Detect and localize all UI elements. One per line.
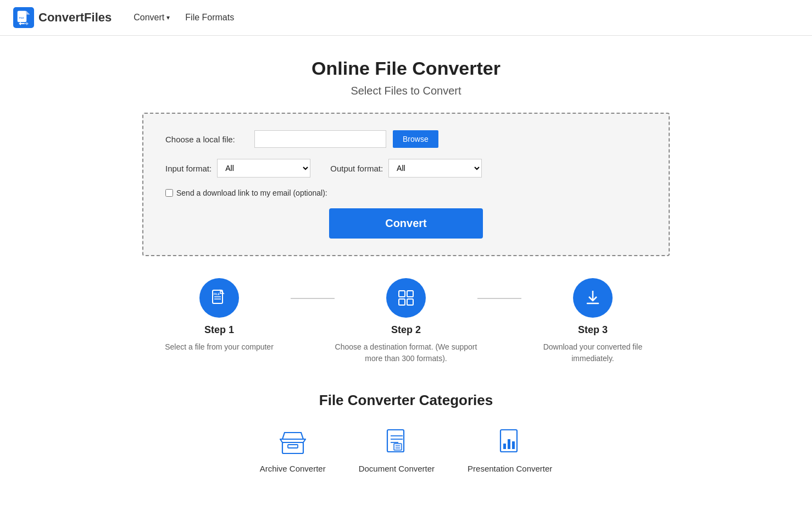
- svg-rect-30: [508, 439, 510, 449]
- svg-rect-25: [394, 444, 402, 450]
- output-format-select[interactable]: All: [388, 159, 482, 178]
- step-3-desc: Download your converted file immediately…: [521, 341, 664, 364]
- email-label: Send a download link to my email (option…: [176, 189, 327, 197]
- step-2-circle: [386, 278, 426, 318]
- step-1-title: Step 1: [204, 324, 234, 336]
- main-content: Online File Converter Select Files to Co…: [131, 36, 681, 495]
- step-1-circle: FILE: [199, 278, 239, 318]
- step-2-icon: [396, 288, 416, 308]
- archive-label: Archive Converter: [260, 464, 326, 473]
- category-presentation[interactable]: Presentation Converter: [468, 425, 552, 473]
- step-1: FILE Step 1 Select a file from your comp…: [148, 278, 291, 353]
- svg-text:FILE: FILE: [19, 16, 24, 19]
- step-1-desc: Select a file from your computer: [165, 341, 274, 353]
- email-row: Send a download link to my email (option…: [165, 189, 647, 197]
- nav-links: Convert ▾ File Formats: [134, 13, 234, 23]
- input-format-group: Input format: All: [165, 159, 310, 178]
- archive-icon: [276, 425, 309, 458]
- output-format-label: Output format:: [330, 164, 383, 173]
- page-subtitle: Select Files to Convert: [142, 85, 670, 97]
- step-connector-1: [291, 298, 335, 299]
- brand-link[interactable]: FILE ConvertFiles: [13, 7, 112, 28]
- convert-button[interactable]: Convert: [329, 208, 483, 239]
- categories-title: File Converter Categories: [142, 392, 670, 409]
- svg-rect-14: [399, 299, 405, 305]
- step-2-desc: Choose a destination format. (We support…: [335, 341, 477, 364]
- step-2-title: Step 2: [391, 324, 421, 336]
- document-label: Document Converter: [359, 464, 435, 473]
- email-checkbox[interactable]: [165, 189, 173, 197]
- step-3-title: Step 3: [578, 324, 608, 336]
- categories-grid: Archive Converter: [142, 425, 670, 473]
- svg-rect-29: [503, 444, 506, 449]
- step-1-icon: FILE: [209, 288, 229, 308]
- brand-icon: FILE: [13, 7, 34, 28]
- presentation-icon: [493, 425, 526, 458]
- input-format-select[interactable]: All: [217, 159, 310, 178]
- chevron-down-icon: ▾: [166, 14, 170, 21]
- step-3-icon: [583, 288, 603, 308]
- category-document[interactable]: Document Converter: [359, 425, 435, 473]
- step-2: Step 2 Choose a destination format. (We …: [335, 278, 477, 364]
- file-label: Choose a local file:: [165, 135, 248, 144]
- categories-section: File Converter Categories Archive Conver…: [142, 392, 670, 473]
- nav-file-formats[interactable]: File Formats: [185, 13, 234, 23]
- output-format-group: Output format: All: [330, 159, 482, 178]
- svg-rect-13: [407, 291, 413, 297]
- step-connector-2: [477, 298, 521, 299]
- svg-text:FILE: FILE: [214, 292, 220, 296]
- step-3-circle: [573, 278, 613, 318]
- brand-name: ConvertFiles: [38, 10, 112, 25]
- browse-button[interactable]: Browse: [393, 130, 438, 148]
- input-format-label: Input format:: [165, 164, 212, 173]
- file-input[interactable]: [254, 130, 386, 148]
- category-archive[interactable]: Archive Converter: [260, 425, 326, 473]
- steps-section: FILE Step 1 Select a file from your comp…: [142, 278, 670, 364]
- step-3: Step 3 Download your converted file imme…: [521, 278, 664, 364]
- document-icon: [380, 425, 413, 458]
- page-title: Online File Converter: [142, 58, 670, 79]
- svg-rect-15: [407, 299, 413, 305]
- converter-box: Choose a local file: Browse Input format…: [142, 113, 670, 256]
- navbar: FILE ConvertFiles Convert ▾ File Formats: [0, 0, 812, 36]
- svg-rect-31: [512, 441, 515, 449]
- svg-rect-19: [288, 445, 298, 448]
- nav-convert[interactable]: Convert ▾: [134, 13, 170, 23]
- format-row: Input format: All Output format: All: [165, 159, 647, 178]
- svg-rect-12: [399, 291, 405, 297]
- presentation-label: Presentation Converter: [468, 464, 552, 473]
- file-row: Choose a local file: Browse: [165, 130, 647, 148]
